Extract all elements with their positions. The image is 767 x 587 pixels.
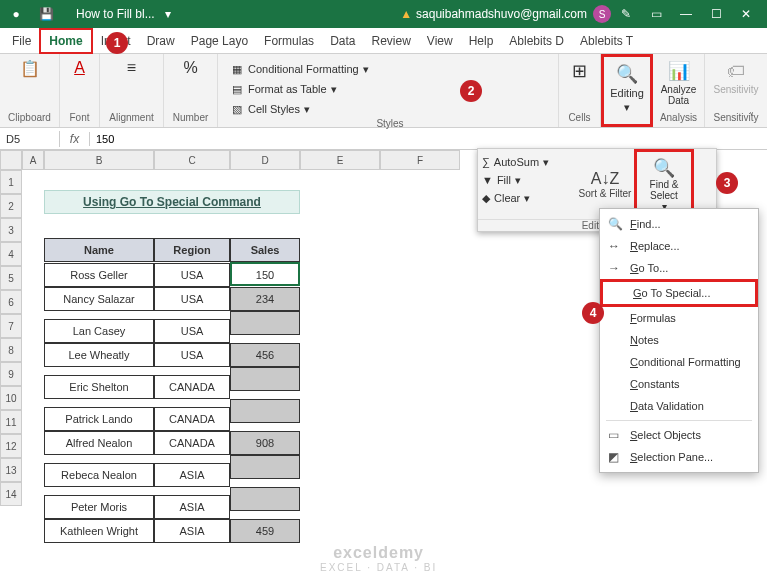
cell-styles-button[interactable]: ▧Cell Styles ▾: [230, 100, 369, 118]
row-header[interactable]: 8: [0, 338, 22, 362]
table-cell-name[interactable]: Ross Geller: [44, 263, 154, 287]
menu-formulas[interactable]: Formulas: [256, 30, 322, 52]
row-header[interactable]: 5: [0, 266, 22, 290]
font-button[interactable]: A: [66, 56, 94, 80]
col-header[interactable]: E: [300, 150, 380, 170]
alignment-button[interactable]: ≡: [118, 56, 146, 80]
table-cell-sales[interactable]: 908: [230, 431, 300, 455]
col-header[interactable]: A: [22, 150, 44, 170]
table-cell-sales[interactable]: 234: [230, 287, 300, 311]
dropdown-item-constants[interactable]: Constants: [600, 373, 758, 395]
table-cell-region[interactable]: CANADA: [154, 407, 230, 431]
table-cell-name[interactable]: Patrick Lando: [44, 407, 154, 431]
table-cell-region[interactable]: USA: [154, 263, 230, 287]
autosum-button[interactable]: ∑AutoSum ▾: [482, 153, 572, 171]
menu-ablebits-t[interactable]: Ablebits T: [572, 30, 641, 52]
col-header[interactable]: D: [230, 150, 300, 170]
collapse-ribbon-icon[interactable]: ˅: [749, 111, 763, 125]
editing-button[interactable]: 🔍Editing▾: [603, 59, 651, 118]
table-cell-region[interactable]: CANADA: [154, 431, 230, 455]
table-cell-region[interactable]: ASIA: [154, 519, 230, 543]
table-cell-name[interactable]: Rebeca Nealon: [44, 463, 154, 487]
table-cell-name[interactable]: Alfred Nealon: [44, 431, 154, 455]
table-cell-sales[interactable]: [230, 399, 300, 423]
brush-icon[interactable]: ✎: [611, 7, 641, 21]
dropdown-item-conditional-formatting[interactable]: Conditional Formatting: [600, 351, 758, 373]
table-cell-sales[interactable]: [230, 487, 300, 511]
table-cell-sales[interactable]: 456: [230, 343, 300, 367]
table-cell-name[interactable]: Nancy Salazar: [44, 287, 154, 311]
number-button[interactable]: %: [177, 56, 205, 80]
row-header[interactable]: 7: [0, 314, 22, 338]
table-cell-sales[interactable]: [230, 367, 300, 391]
row-header[interactable]: 2: [0, 194, 22, 218]
table-cell-region[interactable]: USA: [154, 287, 230, 311]
menu-data[interactable]: Data: [322, 30, 363, 52]
menu-draw[interactable]: Draw: [139, 30, 183, 52]
ribbon-mode-icon[interactable]: ▭: [641, 7, 671, 21]
doc-dropdown-icon[interactable]: ▾: [165, 7, 171, 21]
col-header[interactable]: C: [154, 150, 230, 170]
table-cell-name[interactable]: Lee Wheatly: [44, 343, 154, 367]
dropdown-item-data-validation[interactable]: Data Validation: [600, 395, 758, 417]
dropdown-item-go-to-[interactable]: →Go To...: [600, 257, 758, 279]
table-cell-region[interactable]: USA: [154, 343, 230, 367]
formula-input[interactable]: [90, 131, 767, 147]
row-header[interactable]: 1: [0, 170, 22, 194]
clear-button[interactable]: ◆Clear ▾: [482, 189, 572, 207]
close-icon[interactable]: ✕: [731, 7, 761, 21]
table-cell-sales[interactable]: [230, 455, 300, 479]
menu-home[interactable]: Home: [39, 28, 92, 54]
minimize-icon[interactable]: —: [671, 7, 701, 21]
row-header[interactable]: 9: [0, 362, 22, 386]
dropdown-item-notes[interactable]: Notes: [600, 329, 758, 351]
dropdown-item-formulas[interactable]: Formulas: [600, 307, 758, 329]
menu-page-layo[interactable]: Page Layo: [183, 30, 256, 52]
table-cell-sales[interactable]: [230, 311, 300, 335]
table-header[interactable]: Region: [154, 238, 230, 262]
menu-review[interactable]: Review: [363, 30, 418, 52]
menu-file[interactable]: File: [4, 30, 39, 52]
avatar[interactable]: S: [593, 5, 611, 23]
table-cell-sales[interactable]: 150: [230, 262, 300, 286]
row-header[interactable]: 10: [0, 386, 22, 410]
row-header[interactable]: 6: [0, 290, 22, 314]
table-header[interactable]: Name: [44, 238, 154, 262]
table-cell-region[interactable]: ASIA: [154, 495, 230, 519]
dropdown-item-find-[interactable]: 🔍Find...: [600, 213, 758, 235]
dropdown-item-select-objects[interactable]: ▭Select Objects: [600, 424, 758, 446]
autosave-icon[interactable]: ●: [6, 7, 26, 21]
analyze-data-button[interactable]: 📊Analyze Data: [655, 56, 703, 110]
conditional-formatting-button[interactable]: ▦Conditional Formatting ▾: [230, 60, 369, 78]
row-header[interactable]: 14: [0, 482, 22, 506]
dropdown-item-replace-[interactable]: ↔Replace...: [600, 235, 758, 257]
menu-ablebits-d[interactable]: Ablebits D: [501, 30, 572, 52]
table-cell-region[interactable]: USA: [154, 319, 230, 343]
cells-button[interactable]: ⊞: [556, 56, 604, 86]
table-cell-region[interactable]: ASIA: [154, 463, 230, 487]
row-header[interactable]: 4: [0, 242, 22, 266]
table-cell-name[interactable]: Lan Casey: [44, 319, 154, 343]
fill-button[interactable]: ▼Fill ▾: [482, 171, 572, 189]
dropdown-item-selection-pane-[interactable]: ◩Selection Pane...: [600, 446, 758, 468]
row-header[interactable]: 13: [0, 458, 22, 482]
row-header[interactable]: 11: [0, 410, 22, 434]
format-table-button[interactable]: ▤Format as Table ▾: [230, 80, 369, 98]
dropdown-item-go-to-special-[interactable]: Go To Special...: [600, 279, 758, 307]
save-icon[interactable]: 💾: [36, 7, 56, 21]
table-cell-name[interactable]: Kathleen Wright: [44, 519, 154, 543]
menu-help[interactable]: Help: [461, 30, 502, 52]
table-cell-sales[interactable]: 459: [230, 519, 300, 543]
table-header[interactable]: Sales: [230, 238, 300, 262]
table-cell-region[interactable]: CANADA: [154, 375, 230, 399]
maximize-icon[interactable]: ☐: [701, 7, 731, 21]
table-cell-name[interactable]: Peter Moris: [44, 495, 154, 519]
user-email[interactable]: saquibahmadshuvo@gmail.com: [416, 7, 587, 21]
name-box[interactable]: D5: [0, 131, 60, 147]
table-cell-name[interactable]: Eric Shelton: [44, 375, 154, 399]
clipboard-button[interactable]: 📋: [16, 56, 44, 80]
col-header[interactable]: B: [44, 150, 154, 170]
menu-view[interactable]: View: [419, 30, 461, 52]
col-header[interactable]: F: [380, 150, 460, 170]
fx-icon[interactable]: fx: [60, 132, 90, 146]
